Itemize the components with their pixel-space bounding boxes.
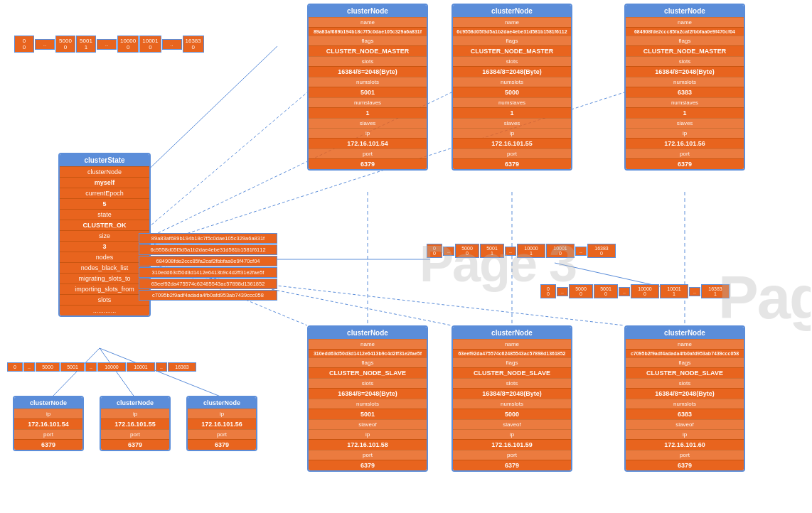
cn4-header: clusterNode	[309, 327, 427, 339]
cn2-numslaves-value: 1	[453, 107, 571, 118]
top-slot-bar: 00 .. 50000 50011 .. 100000 100010 .. 16…	[14, 36, 204, 53]
scn3-ip-label: ip	[188, 409, 256, 418]
cn1-port-value: 6379	[309, 158, 427, 169]
cn4-name-value: 310edd63d50d3d1412e6413b9c4d2ff31e2fae5f	[309, 349, 427, 357]
cn3-port-label: port	[626, 148, 744, 158]
cn6-ip-value: 172.16.101.60	[626, 439, 744, 450]
cs-epoch: 5	[60, 198, 149, 209]
scn3-header: clusterNode	[188, 397, 256, 409]
cn2-numslots-value: 5000	[453, 87, 571, 97]
cn5-ip-value: 172.16.101.59	[453, 439, 571, 450]
cn4-slots-label: slots	[309, 378, 427, 388]
mid-slot-bar-2: 00 .. 50000 50010 .. 100000 100011 .. 16…	[540, 284, 730, 298]
cn6-port-label: port	[626, 450, 744, 460]
cn1-flags-label: flags	[309, 36, 427, 45]
node-id: 684908fde2ccc85fa2caf2fbbfaa0e9f470cf04	[139, 256, 277, 266]
cs-field: migrating_slots_to	[60, 273, 149, 284]
slot-cell: 10001	[127, 362, 155, 372]
slot-cell: ..	[575, 247, 587, 256]
cn6-slots-value: 16384/8=2048(Byte)	[626, 388, 744, 399]
slot-cell: 163830	[587, 244, 616, 258]
cs-field: slots	[60, 294, 149, 305]
cn1-numslots-value: 5001	[309, 87, 427, 97]
cn4-name-label: name	[309, 339, 427, 349]
slot-cell: 50000	[569, 284, 593, 298]
cn6-name-value: c7095b2f9adf4adada4fb0afd953ab7439ccc058	[626, 349, 744, 357]
slot-cell: ..	[162, 39, 182, 50]
cn1-header: clusterNode	[309, 5, 427, 17]
cn6-numslots-value: 6383	[626, 409, 744, 419]
node-id-list: 89a83af689b194b18c7f5c0dae105c329a6a831f…	[139, 233, 277, 301]
cn1-name-value: 89a83af689b194b18c7f5c0dae105c329a6a831f	[309, 27, 427, 36]
cn6-slaveof-label: slaveof	[626, 419, 744, 429]
cluster-node-card-2: clusterNode name 6c9558d05f3d5a1b2dae4eb…	[452, 4, 572, 171]
scn1-header: clusterNode	[14, 397, 82, 409]
node-id: 89a83af689b194b18c7f5c0dae105c329a6a831f	[139, 233, 277, 244]
cn3-slots-label: slots	[626, 56, 744, 66]
scn3-port-value: 6379	[188, 439, 256, 450]
slot-cell: 00	[14, 36, 34, 53]
slot-cell: ..	[557, 287, 568, 296]
scn2-ip-label: ip	[101, 409, 169, 418]
cluster-node-card-6: clusterNode name c7095b2f9adf4adada4fb0a…	[624, 325, 745, 472]
cn1-port-label: port	[309, 148, 427, 158]
cn5-name-value: 63eef92da475574c62485543ac57898d1361852	[453, 349, 571, 357]
slot-cell: 163831	[701, 284, 730, 298]
cn6-flags-label: flags	[626, 357, 744, 367]
cn4-numslots-label: numslots	[309, 399, 427, 409]
cn2-numslaves-label: numslaves	[453, 97, 571, 107]
cn5-port-value: 6379	[453, 460, 571, 470]
cn1-numslaves-label: numslaves	[309, 97, 427, 107]
slot-cell: 50010	[594, 284, 618, 298]
slot-cell: ..	[35, 39, 55, 50]
cn5-slots-label: slots	[453, 378, 571, 388]
cn4-port-value: 6379	[309, 460, 427, 470]
slot-cell: 100000	[117, 36, 139, 53]
cn2-port-value: 6379	[453, 158, 571, 169]
slot-cell: ..	[505, 247, 516, 256]
slot-cell: ..	[156, 362, 167, 372]
small-cluster-node-1: clusterNode ip 172.16.101.54 port 6379	[13, 396, 84, 451]
cn5-flags-label: flags	[453, 357, 571, 367]
node-id: 63eef92da475574c62485543ac57898d1361852	[139, 279, 277, 289]
slot-cell: 00	[540, 284, 556, 298]
slot-cell: 100011	[660, 284, 688, 298]
slot-cell: 50000	[455, 244, 479, 258]
cn2-name-label: name	[453, 17, 571, 27]
cn3-ip-value: 172.16.101.56	[626, 138, 744, 148]
cn5-slaveof-label: slaveof	[453, 419, 571, 429]
cn3-slaves-label: slaves	[626, 118, 744, 128]
cn4-ip-label: ip	[309, 429, 427, 439]
cn1-flags-value: CLUSTER_NODE_MASTER	[309, 45, 427, 56]
svg-line-0	[140, 92, 307, 234]
cn3-flags-label: flags	[626, 36, 744, 45]
cn5-numslots-value: 5000	[453, 409, 571, 419]
cluster-state-card: clusterState clusterNode myself currentE…	[58, 153, 151, 317]
cn2-name-value: 6c9558d05f3d5a1b2dae4ebe31d581b1581f6112	[453, 27, 571, 36]
bottom-slot-bar: 0 .. 5000 5001 .. 10000 10001 .. 16383	[7, 362, 196, 372]
cn6-port-value: 6379	[626, 460, 744, 470]
cn2-header: clusterNode	[453, 5, 571, 17]
cn3-port-value: 6379	[626, 158, 744, 169]
cn3-numslaves-label: numslaves	[626, 97, 744, 107]
slot-cell: 10000	[97, 362, 126, 372]
slot-cell: 100001	[517, 244, 545, 258]
cn1-numslaves-value: 1	[309, 107, 427, 118]
slot-cell: ..	[619, 287, 630, 296]
cs-field: nodes_black_list	[60, 262, 149, 273]
slot-cell: 5001	[60, 362, 85, 372]
cn6-name-label: name	[626, 339, 744, 349]
node-id: 310edd63d50d3d1412e6413b9c4d2ff31e2fae5f	[139, 267, 277, 278]
cn2-flags-value: CLUSTER_NODE_MASTER	[453, 45, 571, 56]
node-id: c7095b2f9adf4adada4fb0afd953ab7439ccc058	[139, 290, 277, 301]
cn2-slots-label: slots	[453, 56, 571, 66]
cs-dots: .............	[60, 305, 149, 315]
cn4-flags-value: CLUSTER_NODE_SLAVE	[309, 367, 427, 378]
cn4-flags-label: flags	[309, 357, 427, 367]
cluster-node-card-5: clusterNode name 63eef92da475574c6248554…	[452, 325, 572, 472]
svg-line-10	[100, 348, 135, 398]
cluster-node-card-4: clusterNode name 310edd63d50d3d1412e6413…	[307, 325, 428, 472]
cn3-header: clusterNode	[626, 5, 744, 17]
cn2-slots-value: 16384/8=2048(Byte)	[453, 66, 571, 77]
slot-cell: 5000	[36, 362, 60, 372]
